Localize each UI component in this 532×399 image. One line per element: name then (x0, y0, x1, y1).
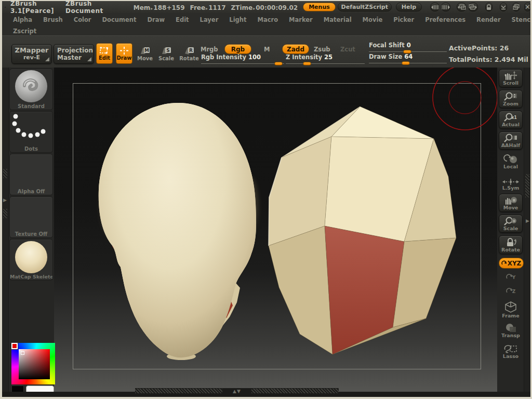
local-pivot-icon (503, 154, 518, 164)
rotate-mode-button[interactable]: R Rotate (179, 43, 199, 64)
scale-gyro-tool[interactable]: Scale (499, 215, 523, 233)
magnifier-half-icon (504, 134, 517, 143)
menu-render[interactable]: Render (475, 16, 502, 24)
scroll-doc-right-icon[interactable] (441, 3, 450, 11)
default-zscript-button[interactable]: DefaultZScript (338, 3, 392, 11)
menu-edit[interactable]: Edit (174, 16, 191, 24)
z-intensity-slider[interactable]: Z Intensity25 (286, 54, 365, 65)
rgb-intensity-slider[interactable]: Rgb Intensity100 (201, 54, 284, 65)
mrgb-toggle[interactable]: Mrgb (201, 46, 218, 53)
menu-picker[interactable]: Picker (392, 16, 416, 24)
zbrush-logo-icon (4, 2, 6, 12)
menus-button[interactable]: Menus (303, 3, 336, 11)
move-mode-button[interactable]: M Move (137, 43, 153, 64)
menu-layer[interactable]: Layer (198, 16, 220, 24)
menu-brush[interactable]: Brush (42, 16, 64, 24)
standard-brush-thumb (15, 70, 47, 102)
dots-stroke-thumb (10, 112, 52, 146)
tray-hatch-left[interactable] (135, 389, 222, 393)
tray-drag-handle[interactable]: ▲▼ (135, 388, 339, 394)
local-toggle[interactable]: Local (499, 154, 523, 169)
rotate-xyz-toggle[interactable]: XYZ (499, 258, 524, 269)
rotate-z-toggle[interactable]: Z (499, 286, 523, 295)
rotate-y-toggle[interactable]: Y (499, 272, 523, 281)
matcap-thumb (15, 241, 47, 273)
menu-color[interactable]: Color (72, 16, 93, 24)
scale-mode-button[interactable]: S Scale (158, 43, 175, 64)
sv-marker[interactable] (21, 351, 24, 355)
current-brush-tile[interactable]: Standard (9, 69, 53, 110)
painted-face (325, 226, 404, 354)
menu-stencil[interactable]: Stencil (510, 16, 532, 24)
menu-alpha[interactable]: Alpha (11, 16, 34, 24)
zmapper-button[interactable]: ZMapper rev-E (11, 44, 52, 64)
lock-icon[interactable] (485, 3, 493, 11)
toolbar: ZMapper rev-E Projection Master Edit Dra… (2, 35, 530, 68)
next-document-icon[interactable] (468, 3, 478, 11)
open-left-tray-icon[interactable]: ▶ (3, 197, 7, 203)
lasso-icon (503, 343, 518, 354)
actual-size-tool[interactable]: x1 Actual (499, 111, 523, 129)
zoom-tool[interactable]: Zoom (499, 90, 523, 108)
menu-macro[interactable]: Macro (256, 16, 280, 24)
restore-window-icon[interactable] (512, 3, 520, 11)
transp-toggle[interactable]: Transp (499, 322, 523, 338)
frame-cube-icon (504, 301, 517, 313)
active-points-stat: ActivePoints: 26 (449, 44, 509, 52)
color-picker[interactable] (11, 343, 55, 384)
hue-marker[interactable] (11, 343, 18, 349)
current-texture-tile[interactable]: Texture Off (9, 196, 53, 238)
ztime-stat: ZTime▸00:00:09.02 (231, 2, 298, 12)
current-material-tile[interactable]: MatCap Skeleton (9, 239, 53, 281)
scroll-doc-left-icon[interactable] (430, 3, 440, 11)
menu-movie[interactable]: Movie (361, 16, 384, 24)
crosshair-icon (119, 47, 129, 55)
menu-document[interactable]: Document (101, 16, 138, 24)
lasso-toggle[interactable]: Lasso (499, 343, 523, 359)
tray-up-icon[interactable]: ▲ (233, 389, 237, 394)
left-divider-strip[interactable]: ▶ (2, 68, 9, 397)
hide-ui-icon[interactable] (500, 3, 507, 11)
left-shelf: ▶ Standard Dots Alpha Off Texture Off (2, 68, 54, 397)
zadd-toggle[interactable]: Zadd (282, 44, 309, 54)
focal-shift-slider[interactable]: Focal Shift0 (369, 42, 447, 53)
tray-hatch-right[interactable] (251, 389, 339, 393)
magnifier-x1-icon: x1 (504, 113, 517, 122)
saturation-square[interactable] (19, 349, 50, 379)
menu-preferences[interactable]: Preferences (423, 16, 467, 24)
window-border-bottom (0, 397, 532, 399)
scene-render[interactable] (54, 68, 497, 392)
zsub-toggle[interactable]: Zsub (314, 46, 330, 53)
edit-mode-button[interactable]: Edit (96, 43, 113, 64)
menu-light[interactable]: Light (228, 16, 248, 24)
current-alpha-tile[interactable]: Alpha Off (9, 154, 53, 195)
projection-master-button[interactable]: Projection Master (54, 44, 94, 64)
aahalf-tool[interactable]: AAHalf (499, 131, 523, 150)
draw-size-slider[interactable]: Draw Size64 (369, 53, 447, 64)
right-divider-strip[interactable]: ▶ (524, 68, 530, 397)
current-stroke-tile[interactable]: Dots (9, 111, 53, 153)
scroll-tool[interactable]: Scroll (499, 69, 523, 87)
zcut-toggle[interactable]: Zcut (340, 46, 355, 53)
lsym-toggle[interactable]: L.Sym (499, 178, 523, 191)
menu-zscript[interactable]: Zscript (11, 27, 38, 35)
draw-mode-button[interactable]: Draw (116, 43, 132, 64)
document-canvas[interactable] (54, 68, 497, 392)
polymesh-model (269, 107, 456, 354)
m-toggle[interactable]: M (264, 46, 270, 53)
tray-down-icon[interactable]: ▼ (237, 389, 241, 394)
rotate-gyro-tool[interactable]: Rotate (499, 235, 523, 254)
prev-document-icon[interactable] (457, 3, 467, 11)
help-button[interactable]: Help (396, 3, 422, 11)
frame-button[interactable]: Frame (499, 300, 523, 318)
skull-model (99, 103, 258, 360)
open-right-tray-icon[interactable]: ▶ (526, 218, 529, 223)
menu-marker[interactable]: Marker (287, 16, 314, 24)
menu-material[interactable]: Material (322, 16, 353, 24)
move-gyro-tool[interactable]: Move (499, 194, 523, 212)
svg-text:x1: x1 (511, 115, 517, 120)
menu-draw[interactable]: Draw (145, 16, 166, 24)
title-bar: ZBrush 3.1[Pearce] ZBrush Document Mem▸1… (1, 1, 531, 13)
rgb-toggle[interactable]: Rgb (224, 44, 251, 54)
right-shelf: ▶ Scroll Zoom x1 Actual (497, 68, 530, 397)
